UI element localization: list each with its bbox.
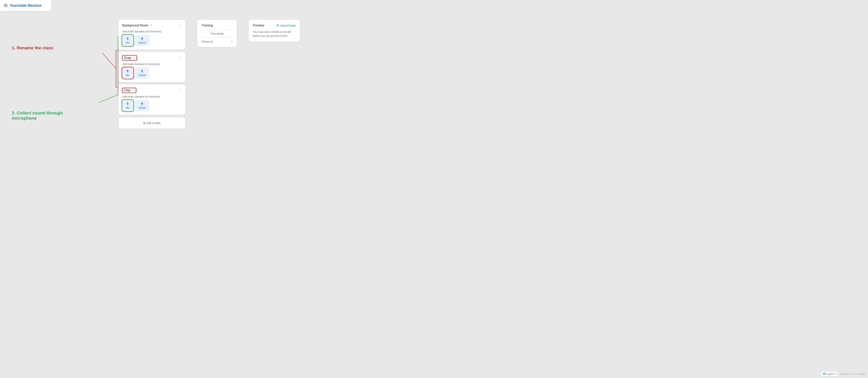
training-panel: Training Train Model Advanced ▾ [197, 20, 237, 47]
preview-header: Preview Export Model [253, 24, 296, 27]
class-name-row-bg: Background Noise ? [122, 24, 152, 27]
mic-label-bg: Mic [126, 41, 130, 44]
mic-label-snap: Mic [126, 74, 130, 77]
edit-icon-clap[interactable]: ✏ [132, 89, 134, 92]
edit-icon-snap[interactable]: ✏ [133, 56, 135, 59]
upload-label-snap: Upload [138, 74, 146, 77]
chevron-down-icon: ▾ [231, 40, 232, 43]
more-icon-bg[interactable]: ⋮ [178, 23, 182, 28]
button-row-bg: Mic Upload [122, 35, 182, 46]
more-icon-clap[interactable]: ⋮ [178, 88, 182, 93]
annotation-rename: 1. Rename the class [12, 46, 53, 51]
version-label: release-2.4-5 © 2.4.3d1807 [840, 373, 866, 375]
export-model-button[interactable]: Export Model [276, 24, 296, 27]
advanced-label: Advanced [202, 40, 213, 43]
class-name-snap: Snap [124, 56, 131, 60]
export-label: Export Model [280, 24, 296, 27]
annotation-1-label: 1. Rename the class [12, 46, 53, 50]
preview-panel: Preview Export Model You must train a mo… [249, 20, 300, 42]
mic-button-clap[interactable]: Mic [122, 100, 133, 111]
svg-line-3 [102, 53, 116, 69]
more-icon-snap[interactable]: ⋮ [178, 56, 182, 60]
upload-button-snap[interactable]: Upload [135, 67, 149, 79]
app-title: Teachable Machine [10, 4, 41, 8]
class-card-background-noise: Background Noise ? ⋮ Add Audio Samples (… [118, 20, 185, 50]
mic-button-snap[interactable]: Mic [122, 67, 133, 79]
class-name-clap: Clap [124, 89, 130, 92]
classes-column: Background Noise ? ⋮ Add Audio Samples (… [118, 20, 185, 129]
upload-label-clap: Upload [138, 107, 146, 109]
training-title: Training [202, 24, 232, 27]
svg-line-8 [99, 95, 118, 103]
class-name-row-clap: Clap ✏ [122, 88, 136, 93]
preview-title: Preview [253, 24, 264, 27]
add-class-label: ⊞ Add a class [143, 121, 161, 124]
train-model-button[interactable]: Train Model [202, 30, 232, 37]
class-name-row-snap: Snap ✏ [122, 55, 137, 60]
card-header-bg: Background Noise ? ⋮ [122, 23, 182, 28]
card-header-snap: Snap ✏ ⋮ [122, 55, 182, 60]
language-label: English [826, 373, 834, 375]
mic-label-clap: Mic [126, 107, 130, 109]
main-canvas: 1. Rename the class 2. Collect sound thr… [0, 0, 868, 378]
upload-button-bg[interactable]: Upload [135, 35, 149, 46]
footer: 🌐 English ▾ release-2.4-5 © 2.4.3d1807 [820, 372, 866, 376]
card-header-clap: Clap ✏ ⋮ [122, 88, 182, 93]
advanced-row[interactable]: Advanced ▾ [202, 40, 232, 43]
globe-icon: 🌐 [823, 373, 826, 375]
language-selector[interactable]: 🌐 English ▾ [820, 372, 838, 376]
annotation-2-label: 2. Collect sound through microphone [12, 111, 63, 121]
add-class-card[interactable]: ⊞ Add a class [118, 117, 185, 129]
upload-button-clap[interactable]: Upload [135, 100, 149, 111]
annotation-collect: 2. Collect sound through microphone [12, 111, 63, 121]
class-name-bg: Background Noise [122, 24, 148, 27]
annotation-arrows [65, 20, 118, 129]
menu-button[interactable] [4, 4, 7, 7]
samples-label-clap: Add Audio Samples (8 minimum): [122, 95, 182, 98]
samples-label-bg: Add Audio Samples (20 minimum): [122, 30, 182, 33]
preview-body-text: You must train a model on the left befor… [253, 30, 296, 38]
button-row-snap: Mic Upload [122, 67, 182, 79]
header: Teachable Machine [0, 0, 51, 11]
mic-button-bg[interactable]: Mic [122, 35, 133, 46]
upload-label-bg: Upload [138, 41, 146, 44]
lang-chevron-icon: ▾ [834, 373, 835, 375]
button-row-clap: Mic Upload [122, 100, 182, 111]
help-icon-bg[interactable]: ? [151, 24, 152, 27]
class-card-clap: Clap ✏ ⋮ Add Audio Samples (8 minimum): … [118, 85, 185, 115]
samples-label-snap: Add Audio Samples (8 minimum): [122, 63, 182, 65]
class-card-snap: Snap ✏ ⋮ Add Audio Samples (8 minimum): … [118, 52, 185, 82]
